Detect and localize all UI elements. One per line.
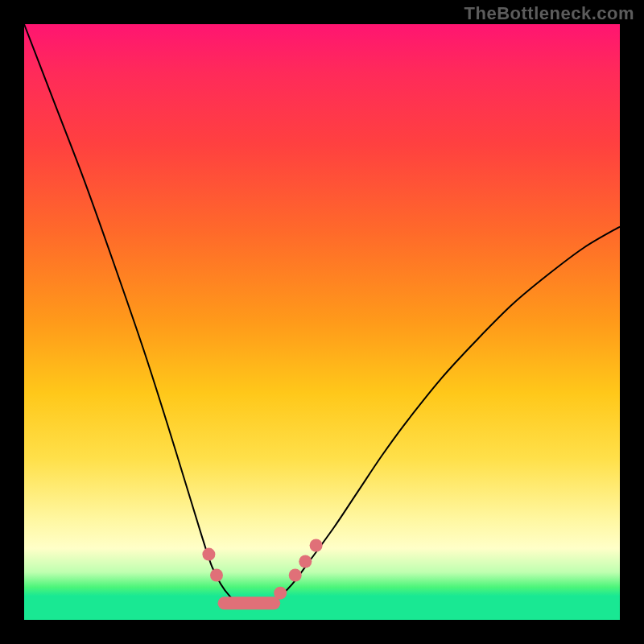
chart-frame: TheBottleneck.com (0, 0, 644, 644)
highlight-dot (202, 548, 215, 561)
bottleneck-curve (24, 24, 620, 603)
valley-bar (218, 597, 281, 609)
curve-layer (24, 24, 620, 620)
highlight-dot (210, 569, 223, 582)
highlight-dot (299, 555, 312, 568)
watermark-text: TheBottleneck.com (464, 3, 634, 24)
highlight-dot (310, 539, 323, 552)
highlight-dot (289, 569, 302, 582)
plot-area (24, 24, 620, 620)
